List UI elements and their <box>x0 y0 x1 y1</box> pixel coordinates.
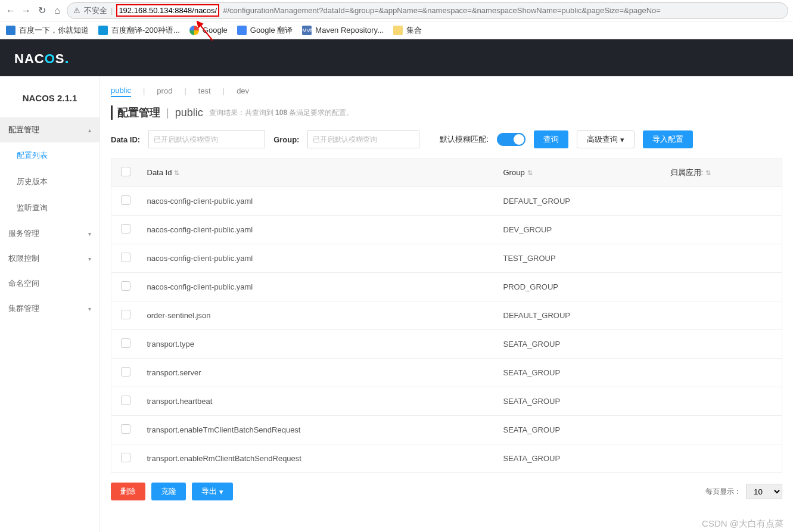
page-title-ns: public <box>175 107 203 119</box>
delete-button[interactable]: 删除 <box>111 483 145 500</box>
app-header: NACOS. <box>0 39 793 76</box>
cell-dataid: transport.server <box>140 359 496 387</box>
bookmark-label: 百度一下，你就知道 <box>19 25 89 36</box>
cell-app <box>663 416 782 444</box>
menu-label: 配置管理 <box>8 125 39 135</box>
page-title: 配置管理 | public <box>111 105 203 120</box>
back-icon[interactable]: ← <box>5 5 17 17</box>
table-row[interactable]: transport.enableTmClientBatchSendRequest… <box>111 416 782 444</box>
main-content: public | prod | test | dev 配置管理 | public… <box>100 76 793 532</box>
data-id-input[interactable] <box>148 130 265 148</box>
row-checkbox[interactable] <box>121 338 130 348</box>
baidu-icon <box>6 26 15 35</box>
cell-group: DEV_GROUP <box>496 216 663 244</box>
cell-app <box>663 330 782 359</box>
page-title-text: 配置管理 <box>117 105 160 120</box>
col-app[interactable]: 归属应用:⇅ <box>663 158 782 187</box>
menu-label: 集群管理 <box>8 303 39 314</box>
group-input[interactable] <box>307 130 419 148</box>
row-checkbox[interactable] <box>121 396 130 405</box>
row-checkbox[interactable] <box>121 453 130 462</box>
cell-group: SEATA_GROUP <box>496 330 663 359</box>
bookmark-collection[interactable]: 集合 <box>393 25 422 36</box>
fuzzy-switch[interactable] <box>497 133 525 146</box>
chevron-down-icon: ▾ <box>219 487 223 496</box>
ns-tab-public[interactable]: public <box>111 85 131 97</box>
table-row[interactable]: transport.heartbeat SEATA_GROUP <box>111 387 782 416</box>
cell-dataid: transport.enableRmClientBatchSendRequest <box>140 444 496 473</box>
cell-dataid: nacos-config-client-public.yaml <box>140 273 496 301</box>
clone-button[interactable]: 克隆 <box>151 483 186 500</box>
bookmark-label: Maven Repository... <box>315 26 384 35</box>
table-row[interactable]: transport.server SEATA_GROUP <box>111 359 782 387</box>
group-label: Group: <box>273 135 299 144</box>
fanyi-icon <box>98 26 108 35</box>
row-checkbox[interactable] <box>121 281 130 291</box>
menu-label: 命名空间 <box>8 278 39 289</box>
bookmark-maven[interactable]: MVNMaven Repository... <box>302 26 384 35</box>
version-label: NACOS 2.1.1 <box>0 76 99 117</box>
menu-config[interactable]: 配置管理▴ <box>0 117 99 142</box>
home-icon[interactable]: ⌂ <box>51 5 63 17</box>
chevron-up-icon: ▴ <box>88 127 91 133</box>
menu-auth[interactable]: 权限控制▾ <box>0 246 99 271</box>
row-checkbox[interactable] <box>121 310 130 319</box>
ns-tab-dev[interactable]: dev <box>237 85 249 97</box>
sidebar-item-history[interactable]: 历史版本 <box>0 169 99 195</box>
maven-icon: MVN <box>302 26 312 35</box>
cell-group: TEST_GROUP <box>496 244 663 273</box>
search-button[interactable]: 查询 <box>534 130 568 148</box>
row-checkbox[interactable] <box>121 195 130 205</box>
bookmark-google-translate[interactable]: Google 翻译 <box>237 25 293 36</box>
url-bar[interactable]: ⚠ 不安全 | 192.168.50.134:8848/nacos/#/conf… <box>67 2 788 19</box>
table-row[interactable]: nacos-config-client-public.yaml DEV_GROU… <box>111 216 782 244</box>
bookmarks-bar: 百度一下，你就知道 百度翻译-200种语... Google Google 翻译… <box>0 21 793 39</box>
forward-icon[interactable]: → <box>20 5 32 17</box>
import-button[interactable]: 导入配置 <box>643 130 693 148</box>
row-checkbox[interactable] <box>121 424 130 434</box>
page-size: 每页显示： 10 <box>705 484 782 499</box>
chevron-down-icon: ▾ <box>88 306 91 312</box>
ns-tab-test[interactable]: test <box>198 85 211 97</box>
reload-icon[interactable]: ↻ <box>36 5 48 17</box>
cell-group: PROD_GROUP <box>496 273 663 301</box>
page-size-label: 每页显示： <box>705 487 741 497</box>
table-row[interactable]: transport.enableRmClientBatchSendRequest… <box>111 444 782 473</box>
table-row[interactable]: transport.type SEATA_GROUP <box>111 330 782 359</box>
cell-dataid: order-sentinel.json <box>140 301 496 330</box>
table-row[interactable]: nacos-config-client-public.yaml TEST_GRO… <box>111 244 782 273</box>
insecure-icon: ⚠ <box>73 6 80 15</box>
export-button[interactable]: 导出 ▾ <box>192 483 233 500</box>
col-group[interactable]: Group⇅ <box>496 158 663 187</box>
col-dataid[interactable]: Data Id⇅ <box>140 158 496 187</box>
table-row[interactable]: nacos-config-client-public.yaml PROD_GRO… <box>111 273 782 301</box>
cell-app <box>663 359 782 387</box>
row-checkbox[interactable] <box>121 367 130 377</box>
table-row[interactable]: nacos-config-client-public.yaml DEFAULT_… <box>111 187 782 216</box>
namespace-tabs: public | prod | test | dev <box>111 85 793 97</box>
cell-app <box>663 301 782 330</box>
cell-dataid: transport.enableTmClientBatchSendRequest <box>140 416 496 444</box>
insecure-label: 不安全 <box>84 5 107 16</box>
row-checkbox[interactable] <box>121 253 130 262</box>
cell-app <box>663 444 782 473</box>
table-row[interactable]: order-sentinel.json DEFAULT_GROUP <box>111 301 782 330</box>
row-checkbox[interactable] <box>121 224 130 234</box>
menu-cluster[interactable]: 集群管理▾ <box>0 296 99 321</box>
menu-namespace[interactable]: 命名空间 <box>0 271 99 296</box>
cell-group: DEFAULT_GROUP <box>496 187 663 216</box>
select-all-checkbox[interactable] <box>121 167 130 176</box>
menu-label: 服务管理 <box>8 228 39 239</box>
advanced-search-button[interactable]: 高级查询▾ <box>577 130 635 148</box>
sidebar-item-listen[interactable]: 监听查询 <box>0 195 99 221</box>
cell-app <box>663 216 782 244</box>
nacos-logo: NACOS. <box>14 49 70 67</box>
bookmark-baidu[interactable]: 百度一下，你就知道 <box>6 25 89 36</box>
sort-icon: ⇅ <box>174 169 179 176</box>
bookmark-google[interactable]: Google <box>189 26 228 35</box>
page-size-select[interactable]: 10 <box>746 484 782 499</box>
ns-tab-prod[interactable]: prod <box>157 85 172 97</box>
sidebar-item-config-list[interactable]: 配置列表 <box>0 142 99 169</box>
menu-service[interactable]: 服务管理▾ <box>0 221 99 246</box>
bookmark-baidu-fanyi[interactable]: 百度翻译-200种语... <box>98 25 180 36</box>
